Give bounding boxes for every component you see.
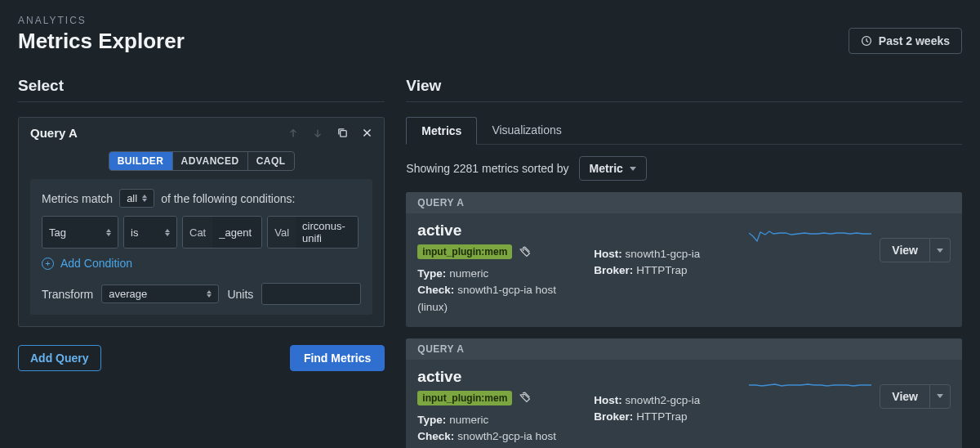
plus-circle-icon: + <box>42 258 54 270</box>
result-strip: QUERY A <box>406 338 962 360</box>
tags-icon[interactable] <box>519 245 532 259</box>
sort-button[interactable]: Metric <box>579 156 647 181</box>
result-card: QUERY A active input_plugin:mem Type: nu… <box>406 192 962 327</box>
cond-op-select[interactable]: is <box>123 216 177 249</box>
cond-cat-input[interactable]: _agent <box>212 217 261 248</box>
transform-label: Transform <box>42 288 93 301</box>
page-title: Metrics Explorer <box>18 29 185 54</box>
cond-field-value: Tag <box>49 226 66 239</box>
close-icon[interactable] <box>362 128 372 138</box>
view-heading: View <box>406 77 962 102</box>
updown-icon <box>106 229 111 236</box>
match-scope-select[interactable]: all <box>119 189 154 208</box>
add-query-button[interactable]: Add Query <box>18 345 101 371</box>
cond-op-value: is <box>131 226 138 239</box>
tag-chip[interactable]: input_plugin:mem <box>417 391 512 405</box>
query-a-label: Query A <box>30 126 78 140</box>
clock-icon <box>861 35 872 47</box>
duplicate-icon[interactable] <box>336 127 349 139</box>
mode-builder[interactable]: BUILDER <box>109 152 173 170</box>
timerange-button[interactable]: Past 2 weeks <box>849 28 962 54</box>
sparkline <box>749 226 871 251</box>
view-button[interactable]: View <box>880 384 930 409</box>
mode-caql[interactable]: CAQL <box>248 152 294 170</box>
transform-select[interactable]: average <box>101 284 219 303</box>
metric-check: Check: snowth2-gcp-ia host (linux) <box>417 428 579 448</box>
match-post-label: of the following conditions: <box>161 192 295 205</box>
metric-name: active <box>417 368 579 386</box>
move-up-icon[interactable] <box>287 128 299 139</box>
result-card: QUERY A active input_plugin:mem Type: nu… <box>406 338 962 448</box>
sparkline <box>749 373 871 397</box>
view-caret-button[interactable] <box>930 238 951 262</box>
tag-chip[interactable]: input_plugin:mem <box>417 244 512 259</box>
metric-broker: Broker: HTTPTrap <box>594 262 734 279</box>
showing-text: Showing 2281 metrics sorted by <box>406 162 568 175</box>
tab-visualizations[interactable]: Visualizations <box>477 117 576 144</box>
timerange-label: Past 2 weeks <box>879 34 950 47</box>
mode-switcher: BUILDER ADVANCED CAQL <box>109 151 295 171</box>
svg-point-2 <box>523 249 524 251</box>
move-down-icon[interactable] <box>312 128 323 139</box>
query-card: Query A BUILDER ADVANCED CAQL <box>18 117 385 327</box>
metric-type: Type: numeric <box>417 266 579 282</box>
cond-field-select[interactable]: Tag <box>42 216 118 249</box>
updown-icon <box>142 195 147 202</box>
add-condition-button[interactable]: + Add Condition <box>42 257 361 270</box>
sort-label: Metric <box>590 162 623 175</box>
tags-icon[interactable] <box>519 391 532 405</box>
view-button[interactable]: View <box>880 238 930 262</box>
mode-advanced[interactable]: ADVANCED <box>173 152 248 170</box>
chevron-down-icon <box>937 249 943 253</box>
add-condition-label: Add Condition <box>60 257 132 270</box>
chevron-down-icon <box>630 167 636 171</box>
match-scope-value: all <box>127 192 137 204</box>
updown-icon <box>207 290 212 298</box>
find-metrics-button[interactable]: Find Metrics <box>290 345 385 371</box>
metric-check: Check: snowth1-gcp-ia host (linux) <box>417 282 579 316</box>
match-pre-label: Metrics match <box>42 192 113 205</box>
view-caret-button[interactable] <box>930 384 951 409</box>
transform-value: average <box>109 288 147 300</box>
metric-host: Host: snowth2-gcp-ia <box>594 392 734 409</box>
metric-broker: Broker: HTTPTrap <box>594 409 734 425</box>
units-input[interactable] <box>261 283 361 305</box>
cond-cat-label: Cat <box>183 217 212 248</box>
chevron-down-icon <box>937 394 943 398</box>
updown-icon <box>165 229 170 236</box>
svg-point-3 <box>523 396 524 397</box>
units-label: Units <box>227 288 253 301</box>
breadcrumb-analytics: ANALYTICS <box>18 15 962 26</box>
metric-name: active <box>417 222 579 240</box>
cond-val-label: Val <box>268 217 296 248</box>
select-heading: Select <box>18 77 385 102</box>
tab-metrics[interactable]: Metrics <box>406 117 477 145</box>
svg-rect-1 <box>341 131 347 137</box>
metric-host: Host: snowth1-gcp-ia <box>594 246 734 262</box>
cond-val-input[interactable]: circonus-unifi <box>296 217 358 248</box>
metric-type: Type: numeric <box>417 412 579 428</box>
result-strip: QUERY A <box>406 192 962 213</box>
